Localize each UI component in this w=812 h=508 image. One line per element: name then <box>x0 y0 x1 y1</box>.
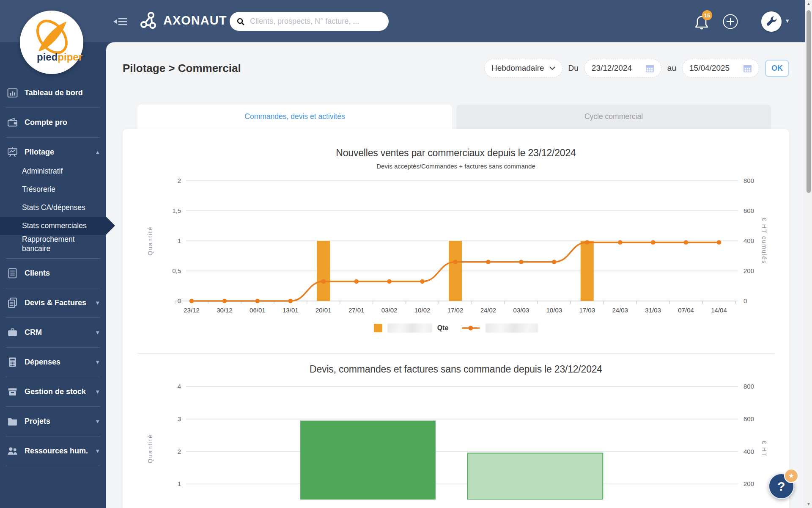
sidebar-item-clients[interactable]: Clients <box>0 263 106 283</box>
svg-text:600: 600 <box>743 207 754 214</box>
sidebar-item-depenses[interactable]: Dépenses▼ <box>0 352 106 372</box>
sidebar-item-compte-pro[interactable]: Compte pro <box>0 113 106 133</box>
sidebar-item-projets[interactable]: Projets▼ <box>0 411 106 431</box>
date-from-label: Du <box>568 64 579 73</box>
scrollbar-thumb[interactable] <box>807 10 811 193</box>
calculator-icon <box>7 356 18 368</box>
app-logo[interactable]: AXONAUT <box>140 11 227 30</box>
sidebar-subitem-label: Stats commerciales <box>22 221 87 231</box>
sidebar-item-label: Ressources hum. <box>25 447 88 456</box>
svg-text:3: 3 <box>178 415 181 422</box>
sidebar-item-label: Pilotage <box>25 148 54 157</box>
svg-text:06/01: 06/01 <box>250 306 266 314</box>
ok-button[interactable]: OK <box>765 60 789 77</box>
settings-avatar[interactable] <box>761 11 782 32</box>
global-search[interactable] <box>230 12 389 31</box>
period-select[interactable]: Hebdomadaire <box>484 59 562 77</box>
sidebar-item-tableau-de-bord[interactable]: Tableau de bord <box>0 83 106 103</box>
wrench-icon <box>766 16 777 27</box>
scroll-up-arrow[interactable]: ▲ <box>805 1 812 6</box>
svg-text:€ HT: € HT <box>761 441 768 457</box>
chart1-legend: Qte <box>123 323 789 333</box>
chart1-combo-bar-line[interactable]: 000,520014001,56002800Quantité€ HT cumul… <box>123 174 789 314</box>
date-to-input[interactable]: 15/04/2025 <box>682 59 759 77</box>
quick-add-button[interactable] <box>722 14 738 30</box>
svg-text:€ HT cumulés: € HT cumulés <box>761 218 768 264</box>
legend-label-redacted <box>387 323 432 333</box>
scroll-down-arrow[interactable]: ▼ <box>805 502 812 506</box>
svg-text:400: 400 <box>743 237 754 244</box>
chevron-down-icon: ▼ <box>95 389 100 395</box>
app-name: AXONAUT <box>163 14 227 28</box>
sidebar-nav: Tableau de bord Compte pro Pilotage▲Admi… <box>0 83 106 471</box>
svg-text:10/03: 10/03 <box>546 306 562 314</box>
archive-box-icon <box>7 386 18 398</box>
svg-text:0,5: 0,5 <box>172 267 181 274</box>
search-input[interactable] <box>249 17 382 26</box>
legend-bar-swatch[interactable] <box>374 324 382 332</box>
sidebar-item-ressources-hum[interactable]: Ressources hum.▼ <box>0 441 106 461</box>
legend-label-redacted <box>486 323 538 333</box>
calendar-icon <box>743 64 752 73</box>
svg-text:400: 400 <box>743 448 754 455</box>
logo-text-orange: piper <box>58 51 82 63</box>
svg-text:Quantité: Quantité <box>147 434 154 464</box>
svg-text:03/02: 03/02 <box>381 306 398 314</box>
chevron-down-icon: ▼ <box>95 418 100 425</box>
divider <box>6 377 100 377</box>
help-star-badge: ★ <box>784 469 798 483</box>
sidebar-item-label: Gestion de stock <box>25 387 86 396</box>
sidebar-item-stats-commerciales[interactable]: Stats commerciales <box>0 217 106 235</box>
sidebar-item-tresorerie[interactable]: Trésorerie <box>0 180 106 199</box>
chart2-title: Devis, commandes et factures sans comman… <box>123 354 789 375</box>
date-from-input[interactable]: 23/12/2024 <box>584 59 661 77</box>
sidebar-subitem-label: Stats CA/dépenses <box>22 203 85 213</box>
chevron-up-icon: ▲ <box>95 149 100 155</box>
legend-qte-label: Qte <box>437 324 449 332</box>
sidebar-item-pilotage[interactable]: Pilotage▲ <box>0 142 106 162</box>
svg-text:03/03: 03/03 <box>513 306 529 314</box>
sidebar-item-label: Dépenses <box>25 358 60 367</box>
company-logo[interactable]: piedpiper <box>20 11 83 74</box>
sidebar-item-gestion-de-stock[interactable]: Gestion de stock▼ <box>0 382 106 402</box>
svg-text:0: 0 <box>743 297 747 304</box>
svg-text:Quantité: Quantité <box>147 226 154 256</box>
sidebar-item-label: CRM <box>25 328 42 337</box>
sidebar-item-rapprochement-bancaire[interactable]: Rapprochement bancaire <box>0 235 106 254</box>
chart2-bar[interactable]: 4800360024001200Quantité€ HT <box>123 381 789 500</box>
tabs: Commandes, devis et activités Cycle comm… <box>123 105 789 129</box>
svg-text:30/12: 30/12 <box>217 306 233 314</box>
sidebar-item-label: Devis & Factures <box>25 298 86 307</box>
svg-text:2: 2 <box>178 448 181 455</box>
svg-text:1: 1 <box>178 480 181 487</box>
period-controls: Hebdomadaire Du 23/12/2024 au 15/04/2025… <box>484 59 789 77</box>
chevron-down-icon[interactable]: ▾ <box>786 17 789 25</box>
sidebar-item-administratif[interactable]: Administratif <box>0 162 106 180</box>
folder-icon <box>7 416 18 427</box>
sidebar-item-devis-factures[interactable]: Devis & Factures▼ <box>0 293 106 313</box>
sidebar-item-label: Tableau de bord <box>25 88 83 97</box>
document-icon <box>7 268 18 279</box>
logo-text-dark: pied <box>37 51 58 63</box>
chart-bar-icon <box>7 87 18 99</box>
legend-line-marker[interactable] <box>461 325 480 331</box>
scrollbar[interactable]: ▲ ▼ <box>805 0 812 508</box>
tab-commandes-devis-activites[interactable]: Commandes, devis et activités <box>137 105 452 129</box>
divider <box>6 436 100 436</box>
svg-text:1: 1 <box>178 237 181 244</box>
tab-cycle-commercial[interactable]: Cycle commercial <box>456 105 771 129</box>
sidebar-item-crm[interactable]: CRM▼ <box>0 323 106 342</box>
sidebar-item-stats-ca-depenses[interactable]: Stats CA/dépenses <box>0 199 106 217</box>
documents-icon <box>7 297 18 309</box>
calendar-icon <box>645 64 654 73</box>
chevron-down-icon: ▼ <box>95 329 100 336</box>
sidebar-collapse-icon[interactable] <box>113 17 128 27</box>
wallet-icon <box>7 117 18 128</box>
feather-icon <box>38 22 66 51</box>
main-content: Pilotage > Commercial Hebdomadaire Du 23… <box>106 42 805 508</box>
svg-text:piedpiper: piedpiper <box>37 51 82 63</box>
svg-text:24/02: 24/02 <box>480 306 497 314</box>
svg-text:07/04: 07/04 <box>678 306 694 314</box>
topbar: AXONAUT 15 ▾ <box>0 0 805 42</box>
chart1-subtitle: Devis acceptés/Commandes + factures sans… <box>123 163 789 170</box>
